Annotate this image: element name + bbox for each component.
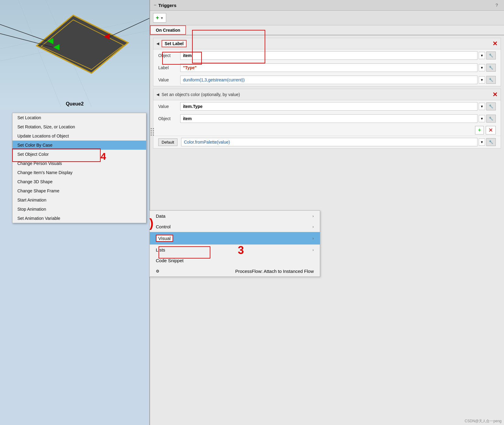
svg-line-9	[0, 24, 47, 41]
submenu-processflow-label: ProcessFlow: Attach to Instanced Flow	[235, 269, 314, 274]
color-object-dropdown[interactable]: ▼	[479, 115, 485, 122]
dropdown-arrow-icon: ▼	[160, 16, 164, 20]
label-label: Label	[158, 65, 177, 70]
set-color-title: Set an object's color (optionally, by va…	[162, 92, 240, 97]
menu-item-start-animation[interactable]: Start Animation	[13, 195, 146, 205]
submenu-data-arrow: ›	[313, 214, 314, 218]
add-trigger-button[interactable]: + ▼	[153, 13, 166, 23]
triggers-title: Triggers	[158, 3, 176, 8]
menu-item-update-locations[interactable]: Update Locations of Object	[13, 131, 146, 141]
object-dropdown-button[interactable]: ▼	[479, 52, 485, 59]
menu-item-set-location[interactable]: Set Location	[13, 113, 146, 122]
default-input-row: Color.fromPalette(value) ▼ 🔧	[181, 138, 496, 146]
submenu-panel: Data › Control › Visual › Lists › Code S…	[149, 210, 320, 277]
default-button[interactable]: Default	[158, 138, 177, 146]
submenu-code-label: Code Snippet	[156, 258, 184, 263]
submenu-visual-label: Visual	[156, 235, 173, 242]
label-input-row: "Type" ▼ 🔧	[180, 63, 496, 72]
tabs-row: On Creation	[150, 25, 504, 35]
default-dropdown[interactable]: ▼	[479, 138, 485, 146]
label-tool-button[interactable]: 🔧	[486, 64, 496, 72]
submenu-data-label: Data	[156, 213, 166, 219]
collapse-icon[interactable]: −	[154, 2, 156, 8]
menu-item-change-items-name[interactable]: Change Item's Name Display	[13, 168, 146, 177]
object-input-row: item ▼ 🔧	[180, 51, 496, 60]
set-color-block: ◀ Set an object's color (optionally, by …	[153, 89, 501, 148]
submenu-item-visual[interactable]: Visual ›	[150, 232, 320, 245]
drag-handle[interactable]	[151, 128, 154, 136]
color-object-input-row: item ▼ 🔧	[180, 114, 496, 123]
color-value-label: Value	[158, 104, 177, 109]
value-form-row: Value duniform(1,3,getstream(current)) ▼…	[153, 74, 501, 86]
svg-marker-4	[37, 15, 128, 73]
color-value-dropdown[interactable]: ▼	[479, 103, 485, 110]
color-object-tool[interactable]: 🔧	[486, 115, 496, 123]
submenu-lists-label: Lists	[156, 247, 165, 252]
color-object-form-row: Object item ▼ 🔧	[153, 112, 501, 125]
color-object-input[interactable]: item	[180, 114, 477, 123]
context-menu: Set Location Set Rotation, Size, or Loca…	[12, 113, 146, 223]
value-dropdown-button[interactable]: ▼	[479, 76, 485, 84]
submenu-control-label: Control	[156, 224, 170, 229]
triggers-header: − Triggers ?	[150, 0, 504, 11]
menu-item-set-rotation[interactable]: Set Rotation, Size, or Location	[13, 122, 146, 131]
set-label-title: Set Label	[162, 40, 187, 47]
delete-set-color-button[interactable]: ✕	[492, 91, 498, 98]
value-input[interactable]: duniform(1,3,getstream(current))	[180, 76, 477, 84]
set-color-header: ◀ Set an object's color (optionally, by …	[153, 89, 501, 100]
object-value-input[interactable]: item	[180, 51, 477, 60]
submenu-item-code-snippet[interactable]: Code Snippet	[150, 255, 320, 266]
menu-item-change-3d-shape[interactable]: Change 3D Shape	[13, 177, 146, 186]
set-label-block: ◀ Set Label ✕ Object item ▼ 🔧 Label "Typ…	[153, 38, 501, 86]
value-tool-button[interactable]: 🔧	[486, 76, 496, 84]
color-value-input-row: item.Type ▼ 🔧	[180, 102, 496, 111]
svg-line-11	[110, 18, 149, 37]
set-color-collapse-icon[interactable]: ◀	[156, 92, 159, 97]
menu-item-change-shape-frame[interactable]: Change Shape Frame	[13, 186, 146, 195]
label-form-row: Label "Type" ▼ 🔧	[153, 62, 501, 74]
submenu-item-processflow[interactable]: ⚙ ProcessFlow: Attach to Instanced Flow	[150, 266, 320, 277]
color-value-tool[interactable]: 🔧	[486, 102, 496, 110]
menu-item-set-color-by-case[interactable]: Set Color By Case	[13, 141, 146, 150]
value-input-row: duniform(1,3,getstream(current)) ▼ 🔧	[180, 76, 496, 84]
queue-label: Queue2	[66, 101, 84, 107]
processflow-icon: ⚙	[156, 269, 159, 273]
color-value-form-row: Value item.Type ▼ 🔧	[153, 100, 501, 112]
object-tool-button[interactable]: 🔧	[486, 52, 496, 59]
submenu-lists-arrow: ›	[313, 248, 314, 252]
set-label-header: ◀ Set Label ✕	[153, 38, 501, 49]
color-value-input[interactable]: item.Type	[180, 102, 477, 111]
color-actions-row: + ✕	[153, 125, 501, 136]
collapse-arrow-icon[interactable]: ◀	[156, 41, 159, 46]
tab-on-creation[interactable]: On Creation	[150, 25, 186, 35]
delete-case-button[interactable]: ✕	[486, 126, 496, 134]
default-row: Default Color.fromPalette(value) ▼ 🔧	[153, 136, 501, 148]
plus-icon: +	[156, 15, 159, 21]
help-icon[interactable]: ?	[495, 3, 498, 8]
label-dropdown-button[interactable]: ▼	[479, 64, 485, 71]
submenu-control-arrow: ›	[313, 224, 314, 229]
menu-item-set-animation-variable[interactable]: Set Animation Variable	[13, 214, 146, 223]
csdn-watermark: CSDN@天人合一peng	[465, 419, 502, 424]
submenu-item-data[interactable]: Data ›	[150, 211, 320, 221]
add-case-button[interactable]: +	[475, 126, 484, 134]
default-tool[interactable]: 🔧	[486, 138, 496, 146]
object-label: Object	[158, 53, 177, 58]
color-object-label: Object	[158, 116, 177, 121]
submenu-item-control[interactable]: Control ›	[150, 221, 320, 232]
default-value-input[interactable]: Color.fromPalette(value)	[181, 138, 477, 146]
submenu-visual-arrow: ›	[313, 236, 314, 241]
delete-set-label-button[interactable]: ✕	[492, 40, 498, 47]
submenu-item-lists[interactable]: Lists ›	[150, 245, 320, 255]
menu-item-change-person-visuals[interactable]: Change Person Visuals	[13, 159, 146, 168]
toolbar-row: + ▼	[150, 11, 504, 25]
value-label: Value	[158, 77, 177, 82]
menu-item-stop-animation[interactable]: Stop Animation	[13, 205, 146, 214]
label-value-input[interactable]: "Type"	[180, 63, 477, 72]
object-form-row: Object item ▼ 🔧	[153, 49, 501, 62]
menu-item-set-object-color[interactable]: Set Object Color	[13, 150, 146, 159]
3d-viewport: Queue2	[0, 0, 149, 110]
